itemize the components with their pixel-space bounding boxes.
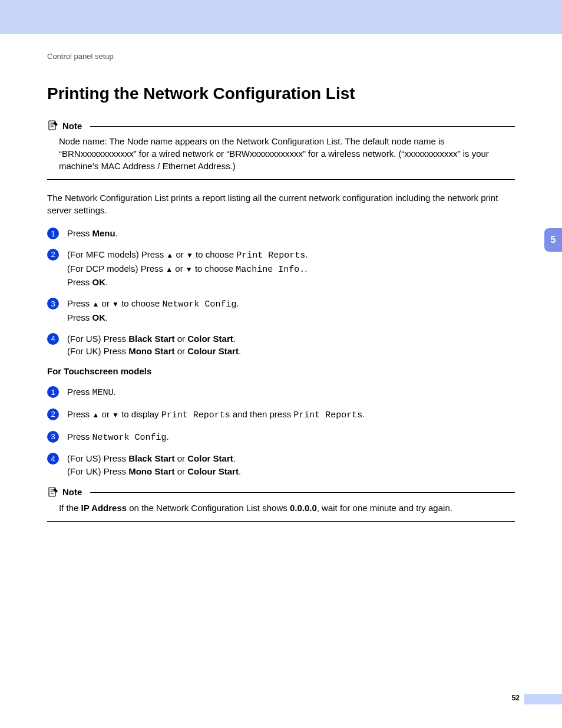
step-4: 4 (For US) Press Black Start or Color St… (47, 332, 515, 358)
note-label: Note (62, 121, 82, 131)
header-bar (0, 0, 562, 34)
text-part: , wait for one minute and try again. (317, 503, 452, 513)
note-label: Note (62, 487, 82, 497)
text-part: . (105, 277, 108, 287)
down-arrow-icon: ▼ (112, 300, 119, 308)
up-arrow-icon: ▲ (166, 265, 173, 274)
text-part: If the (59, 503, 81, 513)
bold-text: 0.0.0.0 (290, 503, 317, 513)
text-part: . (114, 387, 116, 397)
text-part: or (99, 298, 112, 308)
text-part: to choose (193, 263, 236, 274)
text-part: to display (119, 409, 161, 419)
note-body: Node name: The Node name appears on the … (47, 135, 515, 180)
note-rule (90, 492, 515, 493)
step-text: Press Menu. (67, 227, 118, 240)
note-header: Note (47, 120, 515, 131)
text-part: . (233, 334, 236, 344)
text-part: . (239, 466, 241, 476)
text-part: (For UK) Press (67, 346, 128, 356)
text-part: Press (67, 298, 92, 308)
bold-text: Color Start (187, 453, 233, 463)
text-part: or (99, 409, 112, 419)
step-bullet: 1 (47, 228, 59, 239)
mono-text: Network Config (162, 299, 236, 309)
text-part: (For US) Press (67, 334, 128, 344)
text-part: or (175, 466, 188, 476)
step-bullet: 3 (47, 298, 59, 309)
down-arrow-icon: ▼ (186, 265, 193, 274)
ok-bold: OK (92, 277, 106, 287)
ok-bold: OK (92, 312, 106, 322)
step-bullet: 2 (47, 249, 59, 261)
step-text: (For US) Press Black Start or Color Star… (67, 452, 241, 478)
text-part: or (173, 249, 186, 259)
up-arrow-icon: ▲ (92, 411, 100, 419)
page-number: 52 (512, 694, 520, 702)
text-part: on the Network Configuration List shows (127, 503, 290, 513)
text-part: Press (67, 312, 92, 322)
step-bullet: 4 (47, 333, 59, 345)
step-b3: 3 Press Network Config. (47, 430, 515, 444)
chapter-tab: 5 (544, 228, 562, 252)
text-part: Press (67, 431, 92, 442)
step-bullet: 4 (47, 453, 59, 465)
step-3: 3 Press ▲ or ▼ to choose Network Config.… (47, 297, 515, 324)
bold-text: Mono Start (128, 346, 174, 356)
text-part: (For DCP models) Press (67, 263, 166, 274)
page-title: Printing the Network Configuration List (47, 84, 515, 103)
breadcrumb: Control panel setup (47, 52, 515, 61)
text-part: . (305, 263, 307, 274)
up-arrow-icon: ▲ (92, 300, 100, 308)
subhead: For Touchscreen models (47, 366, 515, 376)
up-arrow-icon: ▲ (166, 251, 173, 259)
step-text: (For MFC models) Press ▲ or ▼ to choose … (67, 248, 308, 289)
text-part: . (305, 249, 308, 259)
mono-text: Print Reports (293, 410, 362, 420)
mono-text: Machine Info. (236, 265, 305, 275)
text-part: or (175, 346, 188, 356)
step-b4: 4 (For US) Press Black Start or Color St… (47, 452, 515, 478)
text-part: Press (67, 387, 92, 397)
text-part: . (236, 298, 239, 308)
step-text: Press ▲ or ▼ to display Print Reports an… (67, 408, 365, 422)
text-part: Press (67, 277, 92, 287)
text-part: . (115, 228, 118, 238)
text-part: to choose (119, 298, 162, 308)
text-part: or (175, 453, 188, 463)
text-part: . (362, 409, 365, 419)
text-part: Press (67, 228, 92, 238)
bold-text: Colour Start (187, 346, 239, 356)
text-part: or (173, 263, 186, 274)
text-part: (For UK) Press (67, 466, 128, 476)
text-part: (For US) Press (67, 453, 128, 463)
intro-text: The Network Configuration List prints a … (47, 192, 515, 216)
bold-text: Black Start (128, 334, 174, 344)
step-1: 1 Press Menu. (47, 227, 515, 240)
mono-text: Network Config (92, 433, 167, 443)
text-part: Press (67, 409, 92, 419)
step-text: (For US) Press Black Start or Color Star… (67, 332, 241, 358)
step-bullet: 3 (47, 431, 59, 443)
mono-text: MENU (92, 388, 114, 398)
text-part: . (105, 312, 108, 322)
note-header-2: Note (47, 486, 515, 498)
bold-text: IP Address (81, 503, 127, 513)
text-part: . (239, 346, 241, 356)
step-text: Press ▲ or ▼ to choose Network Config. P… (67, 297, 239, 324)
down-arrow-icon: ▼ (112, 411, 119, 419)
note-icon (47, 120, 59, 131)
note-rule (90, 126, 515, 127)
note-icon (47, 486, 59, 498)
text-part: (For MFC models) Press (67, 249, 166, 259)
text-part: . (167, 431, 169, 442)
step-bullet: 1 (47, 386, 59, 398)
bold-text: Color Start (187, 334, 233, 344)
step-bullet: 2 (47, 409, 59, 420)
menu-bold: Menu (92, 228, 115, 238)
text-part: . (233, 453, 236, 463)
mono-text: Print Reports (161, 410, 230, 420)
note-body-2: If the IP Address on the Network Configu… (47, 502, 515, 522)
step-text: Press Network Config. (67, 430, 169, 444)
text-part: or (175, 334, 188, 344)
